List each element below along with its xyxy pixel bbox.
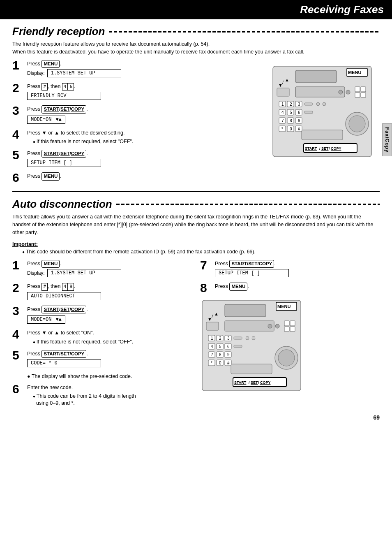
auto-disconnection-steps: 1 Press MENU. Display: 1.SYSTEM SET UP 2… [12,260,380,410]
step-ad-2: 2 Press #, then 49. AUTO DISCONNECT [12,283,192,301]
menu-key-fr6: MENU [42,172,60,180]
svg-text:MENU: MENU [277,304,291,309]
section-divider-1 [12,191,380,192]
step-ad-6: 6 Enter the new code. This code can be f… [12,384,192,406]
device-diagram-fr: ▼ / ▲ MENU [265,60,380,188]
step-fr-5: 5 Press START/SET/COPY. SETUP ITEM [ ] [12,150,261,168]
step-fr-1: 1 Press MENU. Display: 1.SYSTEM SET UP [12,60,261,79]
svg-rect-11 [361,87,366,92]
display-ad-5: CODE= * 0 [27,359,101,367]
title-decoration [109,31,380,32]
svg-text:▲: ▲ [285,77,289,82]
svg-text:*: * [281,127,283,131]
svg-text:4: 4 [281,110,284,115]
display-ad-1: 1.SYSTEM SET UP [47,269,121,277]
svg-text:8: 8 [290,118,292,123]
menu-key-ad1: MENU [42,260,60,268]
auto-disconnection-section: Auto disconnection This feature allows y… [12,198,380,410]
svg-rect-45 [302,130,343,140]
svg-text:3: 3 [298,102,300,107]
svg-rect-53 [225,304,266,317]
svg-rect-73 [234,337,242,339]
svg-point-75 [252,336,255,340]
svg-rect-13 [361,93,366,97]
start-set-copy-key-fr5: START/SET/COPY [42,150,86,158]
friendly-reception-section: Friendly reception The friendly receptio… [12,25,380,188]
svg-text:0: 0 [219,361,221,365]
svg-text:5: 5 [219,344,221,349]
auto-disconnection-steps-left: 1 Press MENU. Display: 1.SYSTEM SET UP 2… [12,260,192,410]
friendly-reception-desc: The friendly reception feature allows yo… [12,40,380,56]
page-title: Receiving Faxes [300,3,384,16]
step-fr-3: 3 Press START/SET/COPY. MODE=ON▼▲ [12,105,261,125]
svg-rect-82 [234,345,242,348]
start-set-copy-key-fr3: START/SET/COPY [42,105,86,113]
svg-rect-14 [277,88,289,96]
ad-display-note: ● The display will show the pre-selected… [12,373,192,380]
svg-rect-97 [231,364,272,374]
svg-rect-30 [304,111,313,114]
step-ad-4: 4 Press ▼ or ▲ to select "ON". If this f… [12,329,192,346]
svg-text:5: 5 [290,110,292,115]
friendly-reception-title: Friendly reception [12,25,380,38]
step-ad-5: 5 Press START/SET/COPY. CODE= * 0 [12,350,192,369]
svg-text:6: 6 [298,110,300,115]
svg-text:COPY: COPY [260,380,271,385]
svg-rect-62 [284,321,289,326]
svg-point-96 [278,350,295,366]
svg-text:1: 1 [211,336,213,341]
svg-rect-1 [295,70,337,83]
svg-text:SET: SET [251,380,258,385]
svg-text:▲: ▲ [214,311,219,316]
svg-point-9 [346,90,350,94]
svg-rect-21 [304,103,313,105]
svg-text:4: 4 [211,344,213,349]
svg-rect-7 [295,87,345,97]
title-decoration-2 [116,204,380,205]
svg-rect-10 [355,87,360,92]
svg-text:8: 8 [219,353,221,357]
svg-rect-59 [225,321,274,331]
svg-text:9: 9 [227,353,230,357]
svg-text:7: 7 [281,118,284,123]
svg-text:START: START [305,146,317,151]
svg-point-74 [246,336,249,340]
svg-text:SET: SET [321,146,329,151]
svg-text:6: 6 [227,344,230,349]
page-number: 69 [12,412,380,423]
svg-text:#: # [298,127,300,131]
svg-rect-65 [290,327,295,332]
step-ad-3: 3 Press START/SET/COPY. MODE=ON▼▲ [12,306,192,325]
display-fr-3: MODE=ON▼▲ [27,116,65,124]
side-tab: Fax/Copy [382,123,392,156]
friendly-reception-steps-panel: 1 Press MENU. Display: 1.SYSTEM SET UP 2… [12,60,380,188]
svg-text:2: 2 [219,336,221,341]
display-ad-2: AUTO DISCONNECT [27,292,101,300]
auto-disconnection-steps-right: 7 Press START/SET/COPY. SETUP ITEM [ ] 8… [200,260,380,410]
svg-text:MENU: MENU [348,70,361,75]
svg-text:1: 1 [281,102,284,107]
start-set-copy-key-ad7: START/SET/COPY [229,260,274,268]
device-illustration-ad: ▼ / ▲ MENU 1 2 [200,298,303,393]
step-fr-6: 6 Press MENU. [12,172,261,184]
svg-rect-66 [206,322,219,330]
step-fr-2: 2 Press #, then 46. FRIENDLY RCV [12,83,261,102]
display-fr-1: 1.SYSTEM SET UP [47,69,121,77]
step-ad-8: 8 Press MENU. [200,283,380,294]
friendly-reception-steps-left: 1 Press MENU. Display: 1.SYSTEM SET UP 2… [12,60,265,188]
svg-text:7: 7 [211,353,213,357]
svg-text:2: 2 [290,102,292,107]
svg-point-23 [323,102,326,106]
display-fr-2: FRIENDLY RCV [27,92,101,100]
svg-point-22 [316,102,320,106]
auto-disconnection-desc: This feature allows you to answer a call… [12,213,380,236]
device-illustration-fr: ▼ / ▲ MENU [271,64,374,159]
svg-text:9: 9 [298,118,300,123]
step-ad-1: 1 Press MENU. Display: 1.SYSTEM SET UP [12,260,192,278]
svg-text:#: # [227,361,230,365]
svg-point-44 [349,116,365,132]
svg-text:*: * [211,361,212,365]
display-ad-3: MODE=ON▼▲ [27,315,65,324]
svg-point-60 [268,324,272,328]
start-set-copy-key-ad3: START/SET/COPY [42,306,86,313]
